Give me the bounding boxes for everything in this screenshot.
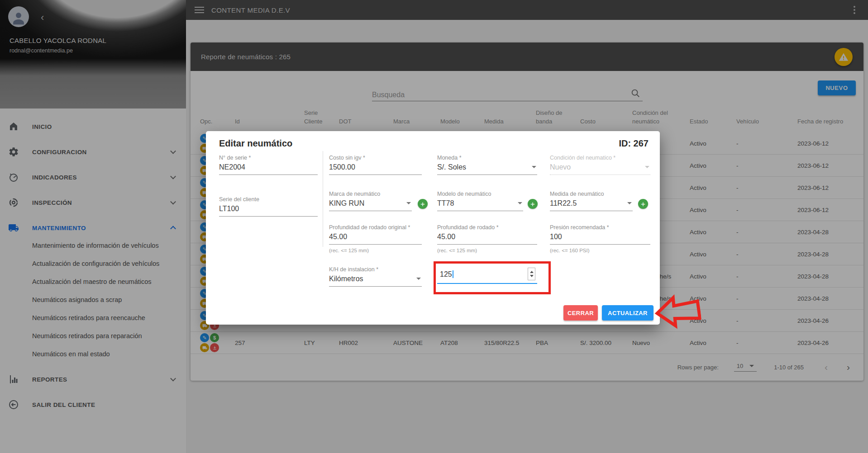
chevron-down-icon: [518, 202, 522, 204]
chevron-down-icon: [645, 166, 649, 168]
annotation-highlight-box: [434, 261, 551, 294]
brand-select[interactable]: Marca de neumático KING RUN: [329, 191, 412, 211]
size-select[interactable]: Medida de neumático 11R22.5: [550, 191, 633, 211]
chevron-down-icon: [532, 166, 536, 168]
add-brand-button[interactable]: +: [418, 199, 428, 209]
serial-number-field[interactable]: N° de serie * NE2004: [219, 155, 318, 175]
annotation-arrow-icon: [653, 292, 702, 331]
modal-record-id: ID: 267: [619, 138, 649, 149]
add-size-button[interactable]: +: [638, 199, 648, 209]
original-tread-helper: (rec. <= 125 mm): [329, 248, 369, 253]
pressure-field[interactable]: Presión recomendada * 100: [550, 224, 650, 245]
app-screen: ‹ CABELLO YACOLCA RODNAL rodnal@contentm…: [0, 0, 868, 453]
cost-field[interactable]: Costo sin igv * 1500.00: [329, 155, 422, 175]
vertical-divider: [323, 151, 323, 247]
modal-title: Editar neumático: [219, 138, 292, 149]
condition-select-disabled: Condición del neumatico * Nuevo: [550, 155, 650, 175]
update-button[interactable]: ACTUALIZAR: [602, 305, 653, 321]
install-unit-select[interactable]: K/H de instalacion * Kilómetros: [329, 266, 422, 287]
original-tread-depth-field[interactable]: Profundidad de rodado original * 45.00: [329, 224, 422, 245]
close-button[interactable]: CERRAR: [563, 305, 598, 321]
chevron-down-icon: [406, 202, 411, 204]
chevron-down-icon: [627, 202, 632, 204]
tread-depth-field[interactable]: Profundidad de rodado * 45.00: [437, 224, 537, 245]
add-model-button[interactable]: +: [528, 199, 538, 209]
tread-helper: (rec. <= 125 mm): [437, 248, 477, 253]
client-serial-field[interactable]: Serie del cliente LT100: [219, 196, 318, 217]
model-select[interactable]: Modelo de neumático TT78: [437, 191, 523, 211]
pressure-helper: (rec. <= 160 PSI): [550, 248, 590, 253]
chevron-down-icon: [416, 278, 421, 280]
edit-tire-modal: Editar neumático ID: 267 N° de serie * N…: [206, 131, 660, 325]
currency-select[interactable]: Moneda * S/. Soles: [437, 155, 537, 175]
